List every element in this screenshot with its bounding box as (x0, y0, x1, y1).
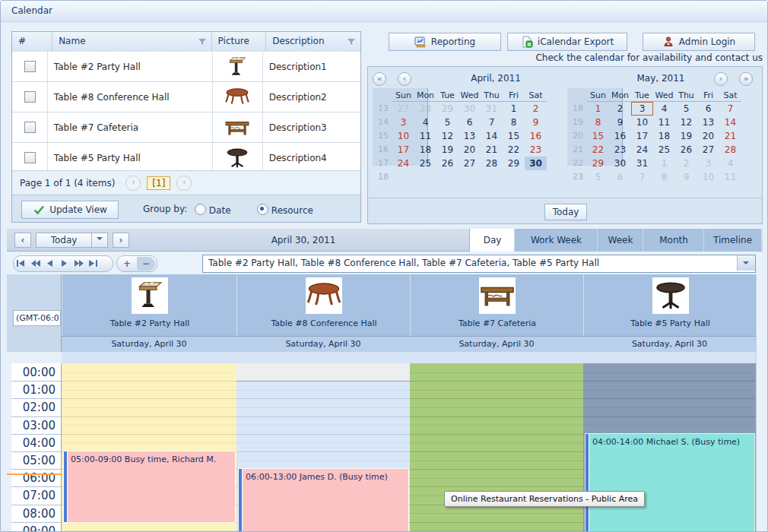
calendar-day-cell[interactable]: 31 (481, 102, 503, 116)
calendar-day-cell[interactable]: 24 (631, 143, 653, 157)
nav-first-icon[interactable] (14, 258, 28, 269)
calendar-day-cell[interactable]: 7 (481, 116, 503, 129)
calendar-day-cell[interactable]: 24 (392, 157, 414, 170)
tab-week[interactable]: Week (597, 229, 643, 252)
calendar-day-cell[interactable]: 9 (525, 116, 547, 129)
prev-month-button[interactable]: ‹ (398, 72, 411, 86)
pager-current-page[interactable]: [1] (147, 176, 170, 190)
calendar-day-cell[interactable]: 20 (459, 143, 481, 157)
tab-month[interactable]: Month (643, 229, 704, 252)
calendar-day-cell[interactable]: 4 (414, 116, 436, 129)
calendar-day-cell[interactable]: 12 (675, 116, 697, 129)
calendar-day-cell[interactable]: 11 (719, 170, 741, 184)
calendar-day-cell[interactable]: 26 (675, 143, 697, 157)
grid-header-name[interactable]: Name (52, 32, 211, 52)
calendar-day-cell[interactable]: 6 (697, 102, 719, 116)
pager-next-button[interactable]: › (176, 176, 192, 191)
calendar-day-cell[interactable]: 30 (609, 157, 631, 170)
calendar-day-cell[interactable]: 6 (459, 116, 481, 129)
calendar-day-cell[interactable]: 27 (697, 143, 719, 157)
calendar-day-cell[interactable]: 11 (414, 129, 436, 143)
calendar-day-cell[interactable]: 9 (609, 116, 631, 129)
fast-prev-month-button[interactable]: « (373, 72, 386, 86)
more-resources-button[interactable]: + (117, 258, 137, 269)
nav-last-icon[interactable] (86, 258, 100, 269)
today-button[interactable]: Today (544, 204, 587, 220)
calendar-day-cell[interactable]: 2 (525, 102, 547, 116)
nav-next-page-icon[interactable] (71, 258, 86, 269)
calendar-day-cell[interactable]: 21 (719, 129, 741, 143)
tab-timeline[interactable]: Timeline (703, 229, 761, 252)
calendar-day-cell[interactable]: 27 (459, 157, 481, 170)
calendar-day-cell[interactable]: 7 (631, 170, 653, 184)
icalendar-export-button[interactable]: iCalendar Export (507, 33, 627, 51)
grid-header-picture[interactable]: Picture (212, 32, 267, 52)
calendar-day-cell[interactable]: 1 (587, 102, 609, 116)
today-dropdown-arrow[interactable] (91, 233, 108, 248)
pager-prev-button[interactable]: ‹ (125, 176, 141, 191)
calendar-day-cell[interactable]: 2 (675, 157, 697, 170)
calendar-day-cell[interactable]: 2 (609, 102, 631, 116)
row-checkbox[interactable] (24, 152, 36, 163)
tab-day[interactable]: Day (469, 229, 516, 252)
calendar-day-cell[interactable]: 16 (609, 129, 631, 143)
calendar-day-cell[interactable]: 25 (414, 157, 436, 170)
appointment[interactable]: 05:00-09:00 Busy time, Richard M. (64, 451, 235, 522)
calendar-day-cell[interactable]: 29 (436, 102, 459, 116)
combobox-dropdown-button[interactable] (737, 255, 755, 271)
resources-combobox[interactable]: Table #2 Party Hall, Table #8 Conference… (202, 255, 756, 273)
day-column-cells[interactable]: 06:00-13:00 James D. (Busy time) (236, 363, 411, 532)
calendar-day-cell[interactable]: 23 (525, 143, 547, 157)
appointment[interactable]: 06:00-13:00 James D. (Busy time) (239, 469, 408, 532)
fewer-resources-button[interactable]: − (137, 257, 155, 271)
appointment[interactable]: 04:00-14:00 Michael S. (Busy time) (586, 434, 754, 532)
calendar-day-cell[interactable]: 5 (587, 170, 609, 184)
calendar-day-cell[interactable]: 10 (697, 170, 719, 184)
calendar-day-cell[interactable]: 4 (719, 157, 741, 170)
calendar-day-cell[interactable]: 17 (392, 143, 414, 157)
calendar-day-cell[interactable]: 28 (414, 102, 436, 116)
calendar-day-cell[interactable]: 30 (459, 102, 481, 116)
calendar-day-cell[interactable]: 29 (503, 157, 525, 170)
calendar-day-cell[interactable]: 22 (503, 143, 525, 157)
calendar-day-cell[interactable]: 13 (697, 116, 719, 129)
filter-icon[interactable] (198, 37, 207, 46)
calendar-day-cell[interactable]: 9 (675, 170, 697, 184)
group-by-date-radio[interactable]: Date (195, 204, 231, 216)
update-view-button[interactable]: Update View (21, 201, 119, 219)
nav-prev-page-icon[interactable] (28, 258, 43, 269)
admin-login-button[interactable]: Admin Login (643, 33, 755, 51)
filter-icon[interactable] (347, 37, 356, 46)
fast-next-month-button[interactable]: » (739, 72, 753, 86)
calendar-day-cell[interactable]: 28 (719, 143, 741, 157)
calendar-day-cell[interactable]: 27 (392, 102, 414, 116)
calendar-day-cell[interactable]: 10 (631, 116, 653, 129)
calendar-day-cell[interactable]: 8 (503, 116, 525, 129)
calendar-day-cell[interactable]: 31 (631, 157, 653, 170)
next-day-button[interactable]: › (113, 233, 129, 248)
calendar-day-cell[interactable]: 15 (503, 129, 525, 143)
calendar-day-cell[interactable]: 22 (587, 143, 609, 157)
calendar-day-cell[interactable]: 19 (675, 129, 697, 143)
day-column-cells[interactable]: 05:00-09:00 Busy time, Richard M. (62, 363, 237, 532)
calendar-day-cell[interactable]: 23 (609, 143, 631, 157)
group-by-resource-radio[interactable]: Resource (257, 204, 313, 216)
table-row[interactable]: Table #5 Party HallDescription4 (12, 143, 360, 173)
calendar-day-cell[interactable]: 5 (675, 102, 697, 116)
calendar-day-cell[interactable]: 1 (503, 102, 525, 116)
calendar-day-cell[interactable]: 15 (587, 129, 609, 143)
calendar-day-cell[interactable]: 21 (481, 143, 503, 157)
calendar-day-cell[interactable]: 12 (436, 129, 459, 143)
calendar-day-cell[interactable]: 11 (653, 116, 675, 129)
grid-header-description[interactable]: Description (266, 32, 360, 52)
calendar-day-cell[interactable]: 4 (653, 102, 675, 116)
calendar-day-cell[interactable]: 26 (436, 157, 459, 170)
table-row[interactable]: Table #8 Conference HallDescription2 (12, 82, 360, 112)
tab-work-week[interactable]: Work Week (514, 229, 598, 252)
calendar-day-cell[interactable]: 1 (653, 157, 675, 170)
calendar-day-cell[interactable]: 28 (481, 157, 503, 170)
calendar-day-cell[interactable]: 7 (719, 102, 741, 116)
calendar-day-cell[interactable]: 29 (587, 157, 609, 170)
calendar-day-cell[interactable]: 13 (459, 129, 481, 143)
nav-prev-icon[interactable] (43, 258, 57, 269)
